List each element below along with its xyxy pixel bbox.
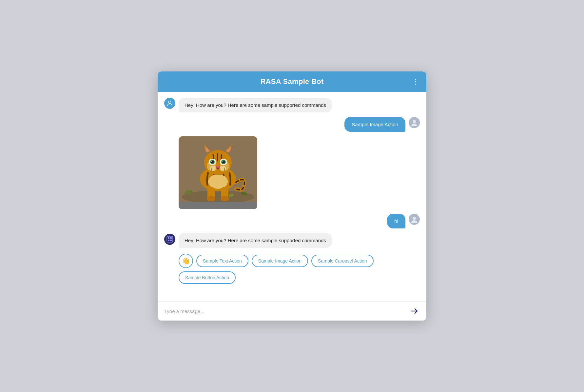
messages-area: Hey! How are you? Here are some sample s…	[158, 92, 426, 301]
tiger-image-container	[179, 136, 257, 209]
svg-point-27	[210, 166, 216, 171]
chat-window: RASA Sample Bot ⋮ Hey! How are you? Here…	[158, 71, 426, 321]
image-caption-bar	[179, 202, 257, 209]
svg-point-25	[223, 161, 224, 162]
svg-point-33	[224, 169, 225, 170]
svg-rect-40	[167, 236, 173, 242]
svg-point-38	[221, 196, 229, 201]
bot-avatar-2	[164, 234, 175, 245]
user-avatar-1	[409, 117, 420, 128]
user-message-2: hi	[164, 214, 420, 228]
svg-point-37	[207, 196, 215, 201]
bot-bubble-2: Hey! How are you? Here are some sample s…	[179, 233, 332, 248]
svg-point-24	[211, 161, 212, 162]
svg-point-34	[224, 170, 225, 171]
svg-point-28	[220, 166, 226, 171]
svg-rect-42	[170, 237, 172, 239]
svg-rect-44	[170, 240, 172, 241]
svg-point-0	[168, 101, 171, 104]
svg-point-1	[413, 120, 416, 123]
bot-image-message	[164, 136, 420, 209]
user-bubble-2: hi	[387, 214, 405, 228]
quick-reply-button-action[interactable]: Sample Button Action	[179, 271, 236, 284]
chat-title: RASA Sample Bot	[260, 77, 323, 86]
svg-point-30	[211, 169, 212, 170]
svg-point-31	[211, 170, 212, 171]
emoji-quick-reply[interactable]: 👋	[179, 254, 193, 268]
bot-message-2: Hey! How are you? Here are some sample s…	[164, 233, 420, 248]
message-input[interactable]	[164, 308, 405, 314]
quick-replies-area: 👋 Sample Text Action Sample Image Action…	[164, 252, 420, 285]
user-bubble-1: Sample Image Action	[344, 117, 405, 132]
user-message-1: Sample Image Action	[164, 117, 420, 132]
header-menu-icon[interactable]: ⋮	[412, 78, 420, 85]
svg-point-39	[413, 217, 416, 220]
bot-bubble-partial: Hey! How are you? Here are some sample s…	[179, 98, 332, 112]
tiger-image	[179, 136, 257, 202]
svg-rect-43	[168, 240, 169, 241]
svg-point-8	[208, 174, 228, 189]
bot-message-partial: Hey! How are you? Here are some sample s…	[164, 98, 420, 112]
svg-rect-41	[168, 237, 169, 239]
quick-reply-carousel-action[interactable]: Sample Carousel Action	[311, 255, 373, 267]
svg-point-32	[224, 168, 225, 169]
svg-point-29	[211, 168, 212, 169]
chat-header: RASA Sample Bot ⋮	[158, 71, 426, 92]
input-area	[158, 301, 426, 321]
quick-reply-text-action[interactable]: Sample Text Action	[196, 255, 248, 267]
user-avatar-2	[409, 214, 420, 225]
send-button[interactable]	[409, 306, 420, 316]
quick-reply-image-action[interactable]: Sample Image Action	[252, 255, 308, 267]
bot-avatar-partial	[164, 98, 175, 109]
